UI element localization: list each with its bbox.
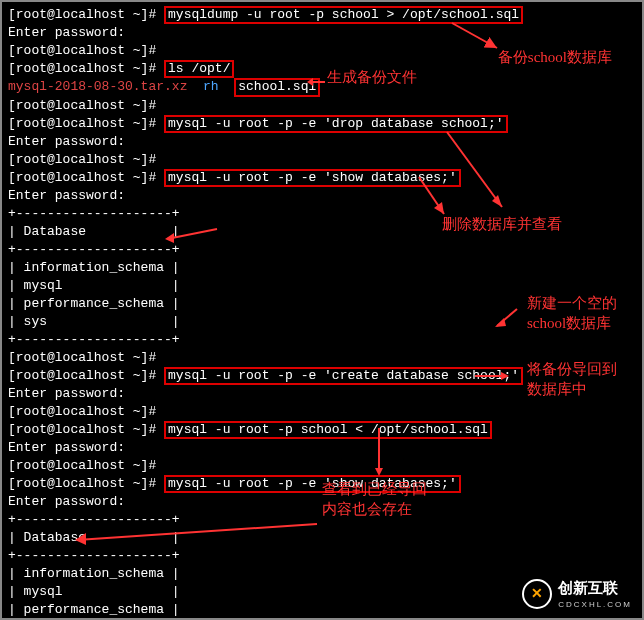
logo-badge-icon: ✕ [522,579,552,609]
cmd-line: [root@localhost ~]# mysql -u root -p sch… [8,421,636,439]
output-line: Enter password: [8,133,636,151]
output-line: Enter password: [8,439,636,457]
table-header: | Database | [8,529,636,547]
blank-prompt: [root@localhost ~]# [8,42,636,60]
blank-prompt: [root@localhost ~]# [8,349,636,367]
table-header: | Database | [8,223,636,241]
dir-rh: rh [203,79,219,94]
cmd-show1: mysql -u root -p -e 'show databases;' [164,169,461,187]
cmd-line: [root@localhost ~]# mysql -u root -p -e … [8,367,636,385]
cmd-ls: ls /opt/ [164,60,234,78]
logo-text: 创新互联 [558,578,632,599]
cmd-line: [root@localhost ~]# mysqldump -u root -p… [8,6,636,24]
table-row: | information_schema | [8,259,636,277]
output-line: Enter password: [8,187,636,205]
blank-prompt: [root@localhost ~]# [8,97,636,115]
file-schoolsql: school.sql [234,78,320,96]
cmd-line: [root@localhost ~]# mysql -u root -p -e … [8,169,636,187]
output-line: Enter password: [8,24,636,42]
cmd-import: mysql -u root -p school < /opt/school.sq… [164,421,492,439]
cmd-line: [root@localhost ~]# mysql -u root -p -e … [8,475,636,493]
cmd-drop: mysql -u root -p -e 'drop database schoo… [164,115,507,133]
table-sep: +--------------------+ [8,205,636,223]
cmd-show2: mysql -u root -p -e 'show databases;' [164,475,461,493]
output-line: Enter password: [8,493,636,511]
blank-prompt: [root@localhost ~]# [8,151,636,169]
watermark-logo: ✕ 创新互联 CDCXHL.COM [522,578,632,610]
terminal-window[interactable]: [root@localhost ~]# mysqldump -u root -p… [2,2,642,618]
cmd-create: mysql -u root -p -e 'create database sch… [164,367,523,385]
table-row: | performance_schema | [8,295,636,313]
table-sep: +--------------------+ [8,511,636,529]
blank-prompt: [root@localhost ~]# [8,457,636,475]
table-row: | sys | [8,313,636,331]
table-sep: +--------------------+ [8,547,636,565]
cmd-mysqldump: mysqldump -u root -p school > /opt/schoo… [164,6,523,24]
blank-prompt: [root@localhost ~]# [8,403,636,421]
table-row: | mysql | [8,277,636,295]
logo-subtext: CDCXHL.COM [558,599,632,610]
file-archive: mysql-2018-08-30.tar.xz [8,79,187,94]
cmd-line: [root@localhost ~]# mysql -u root -p -e … [8,115,636,133]
table-sep: +--------------------+ [8,331,636,349]
cmd-line: [root@localhost ~]# ls /opt/ [8,60,636,78]
output-line: Enter password: [8,385,636,403]
prompt-text: [root@localhost ~]# [8,7,156,22]
table-sep: +--------------------+ [8,241,636,259]
ls-output: mysql-2018-08-30.tar.xz rh school.sql [8,78,636,96]
